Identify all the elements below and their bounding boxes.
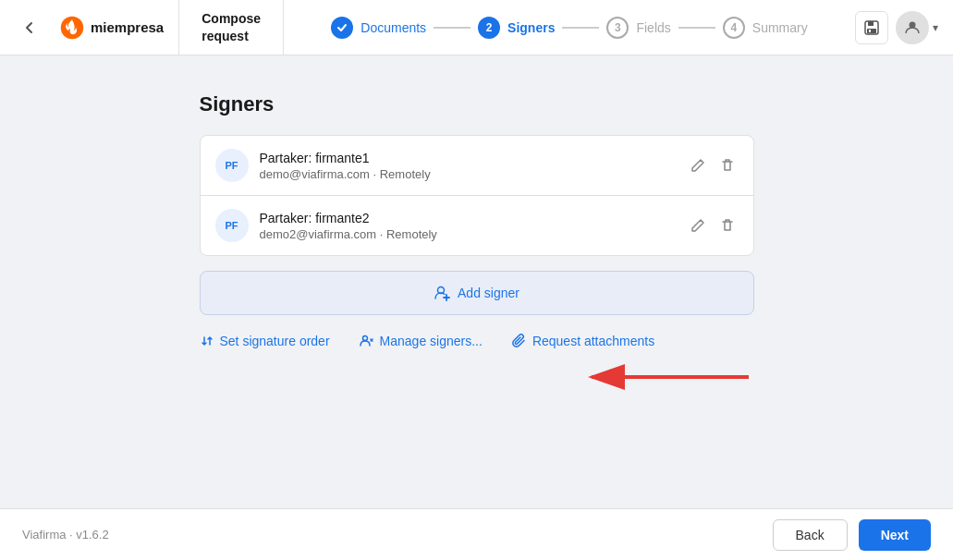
edit-icon — [690, 158, 705, 173]
main-content: Signers PF Partaker: firmante1 demo@viaf… — [0, 55, 953, 508]
signers-list: PF Partaker: firmante1 demo@viafirma.com… — [200, 135, 754, 256]
set-signature-order-label: Set signature order — [220, 334, 330, 348]
step-summary-circle: 4 — [723, 17, 745, 39]
add-person-icon — [434, 285, 450, 301]
manage-signers-label: Manage signers... — [380, 334, 483, 348]
back-button[interactable] — [15, 17, 44, 39]
step-signers-label: Signers — [507, 20, 555, 35]
step-signers[interactable]: 2 Signers — [478, 17, 555, 39]
signer-name: Partaker: firmante2 — [260, 211, 676, 225]
chevron-down-icon: ▾ — [933, 21, 938, 34]
step-documents[interactable]: Documents — [331, 17, 426, 39]
logo-icon — [59, 15, 85, 41]
signer-info: Partaker: firmante1 demo@viafirma.com · … — [260, 151, 676, 181]
add-signer-button[interactable]: Add signer — [200, 271, 754, 315]
signer-email: demo2@viafirma.com · Remotely — [260, 227, 676, 241]
header: miempresa Composerequest Documents 2 Sig… — [0, 0, 953, 55]
avatar — [896, 11, 929, 44]
request-attachments-label: Request attachments — [532, 334, 654, 348]
table-row: PF Partaker: firmante1 demo@viafirma.com… — [201, 136, 753, 196]
signer-name: Partaker: firmante1 — [260, 151, 676, 165]
step-fields-circle: 3 — [606, 17, 629, 39]
logo: miempresa — [44, 0, 179, 55]
sort-icon — [200, 334, 214, 348]
header-actions: ▾ — [855, 11, 938, 44]
step-sep-1 — [434, 27, 470, 29]
svg-rect-3 — [867, 29, 876, 33]
edit-signer-button[interactable] — [687, 214, 709, 237]
step-sep-2 — [562, 27, 599, 29]
svg-rect-4 — [869, 30, 871, 32]
step-fields[interactable]: 3 Fields — [606, 17, 670, 39]
user-menu[interactable]: ▾ — [896, 11, 938, 44]
delete-signer-button[interactable] — [716, 154, 739, 177]
step-fields-label: Fields — [636, 20, 670, 35]
footer-buttons: Back Next — [773, 519, 931, 551]
edit-icon — [690, 218, 705, 233]
trash-icon — [720, 218, 735, 233]
avatar: PF — [215, 209, 249, 242]
save-icon — [863, 19, 880, 36]
signer-info: Partaker: firmante2 demo2@viafirma.com ·… — [260, 211, 676, 241]
svg-point-7 — [362, 336, 367, 341]
add-signer-label: Add signer — [458, 286, 519, 300]
action-links: Set signature order Manage signers... Re… — [200, 334, 754, 348]
step-documents-label: Documents — [360, 20, 426, 35]
manage-signers-link[interactable]: Manage signers... — [360, 334, 483, 348]
signer-actions — [687, 154, 739, 177]
svg-rect-2 — [868, 21, 874, 26]
stepper: Documents 2 Signers 3 Fields 4 Summary — [284, 17, 855, 39]
manage-signers-icon — [360, 334, 374, 348]
step-signers-circle: 2 — [478, 17, 500, 39]
set-signature-order-link[interactable]: Set signature order — [200, 334, 330, 348]
step-summary-label: Summary — [752, 20, 808, 35]
avatar: PF — [215, 149, 249, 182]
version-text: Viafirma · v1.6.2 — [22, 528, 109, 542]
next-button[interactable]: Next — [859, 519, 931, 551]
request-attachments-link[interactable]: Request attachments — [512, 334, 654, 348]
trash-icon — [720, 158, 735, 173]
back-button[interactable]: Back — [773, 519, 848, 551]
edit-signer-button[interactable] — [687, 154, 709, 177]
signer-actions — [687, 214, 739, 237]
step-sep-3 — [678, 27, 715, 29]
signer-email: demo@viafirma.com · Remotely — [260, 167, 676, 181]
footer: Viafirma · v1.6.2 Back Next — [0, 508, 953, 560]
compose-title: Composerequest — [179, 0, 284, 55]
step-summary[interactable]: 4 Summary — [723, 17, 808, 39]
step-documents-circle — [331, 17, 353, 39]
user-icon — [904, 19, 921, 36]
page-title: Signers — [200, 92, 754, 116]
paperclip-icon — [512, 334, 527, 348]
table-row: PF Partaker: firmante2 demo2@viafirma.co… — [201, 196, 753, 255]
save-button[interactable] — [855, 11, 888, 44]
logo-text: miempresa — [91, 19, 164, 35]
signers-content: Signers PF Partaker: firmante1 demo@viaf… — [200, 92, 754, 471]
delete-signer-button[interactable] — [716, 214, 739, 237]
